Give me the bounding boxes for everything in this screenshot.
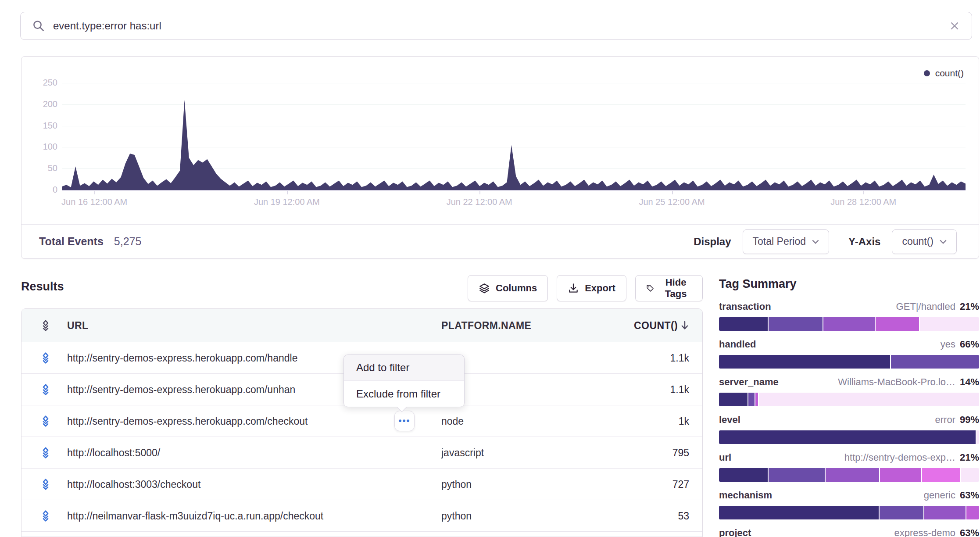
url-cell[interactable]: http://sentry-demos-express.herokuapp.co… bbox=[67, 415, 308, 427]
total-events-value: 5,275 bbox=[114, 235, 142, 248]
tag-value-text: GET|/handled bbox=[896, 301, 955, 312]
tag-summary-item-url: url http://sentry-demos-exp…21% bbox=[719, 452, 979, 482]
x-axis-tick-mark bbox=[94, 190, 95, 194]
tag-bar-segment[interactable] bbox=[719, 393, 748, 406]
x-axis-tick-mark bbox=[863, 190, 864, 194]
tag-bar-segment[interactable] bbox=[823, 317, 875, 331]
layers-icon bbox=[479, 283, 490, 294]
count-cell[interactable]: 795 bbox=[672, 447, 689, 458]
hide-tags-button[interactable]: Hide Tags bbox=[635, 275, 703, 301]
tag-summary-heading: Tag Summary bbox=[719, 277, 979, 291]
platform-cell[interactable]: node bbox=[441, 415, 464, 427]
tag-bar-segment[interactable] bbox=[920, 317, 979, 331]
y-axis-tick-label: 200 bbox=[27, 99, 57, 109]
tag-bar-segment[interactable] bbox=[719, 317, 768, 331]
tag-distribution-bar[interactable] bbox=[719, 317, 979, 331]
url-cell[interactable]: http://neilmanvar-flask-m3uuizd7iq-uc.a.… bbox=[67, 510, 323, 522]
platform-cell[interactable]: python bbox=[441, 510, 472, 522]
url-cell[interactable]: http://localhost:3003/checkout bbox=[67, 478, 200, 490]
tag-bar-segment[interactable] bbox=[961, 468, 979, 482]
column-header-count[interactable]: COUNT() bbox=[634, 319, 689, 331]
tag-distribution-bar[interactable] bbox=[719, 393, 979, 406]
table-row: http://sentry-demos-express.herokuapp.co… bbox=[21, 405, 702, 437]
tag-distribution-bar[interactable] bbox=[719, 468, 979, 482]
tag-bar-segment[interactable] bbox=[719, 430, 976, 444]
search-bar bbox=[20, 12, 972, 40]
column-header-count-label: COUNT() bbox=[634, 319, 678, 331]
tag-bar-segment[interactable] bbox=[719, 468, 768, 482]
x-axis-tick-label: Jun 19 12:00 AM bbox=[254, 197, 320, 207]
tag-distribution-bar[interactable] bbox=[719, 430, 979, 444]
clear-search-icon[interactable] bbox=[949, 20, 960, 32]
count-cell[interactable]: 1.1k bbox=[670, 383, 689, 395]
count-cell[interactable]: 53 bbox=[678, 510, 689, 522]
tag-bar-segment[interactable] bbox=[976, 430, 979, 444]
count-cell[interactable]: 1k bbox=[679, 415, 689, 427]
tag-value-text: generic bbox=[924, 490, 955, 501]
url-cell[interactable]: http://localhost:5000/ bbox=[67, 447, 160, 458]
tag-value-text: yes bbox=[941, 339, 955, 350]
yaxis-dropdown[interactable]: count() bbox=[892, 229, 957, 254]
tag-bar-segment[interactable] bbox=[922, 468, 960, 482]
tag-distribution-bar[interactable] bbox=[719, 355, 979, 369]
tag-value-pct: 63% bbox=[960, 490, 979, 501]
layers-icon bbox=[39, 383, 52, 396]
column-header-platform[interactable]: PLATFORM.NAME bbox=[441, 319, 531, 331]
x-axis-tick-mark bbox=[672, 190, 673, 194]
platform-cell[interactable]: python bbox=[441, 478, 472, 490]
tag-value-text: http://sentry-demos-exp… bbox=[844, 452, 955, 463]
tag-bar-segment[interactable] bbox=[769, 317, 823, 331]
export-button-label: Export bbox=[585, 283, 615, 294]
tag-value-pct: 21% bbox=[960, 452, 979, 463]
tag-summary-item-transaction: transaction GET|/handled21% bbox=[719, 301, 979, 331]
count-cell[interactable]: 1.1k bbox=[670, 352, 689, 364]
tag-summary-item-server_name: server_name Williams-MacBook-Pro.lo…14% bbox=[719, 376, 979, 406]
tag-bar-segment[interactable] bbox=[719, 506, 879, 519]
menu-item-add-to-filter[interactable]: Add to filter bbox=[344, 355, 464, 381]
columns-button[interactable]: Columns bbox=[468, 275, 548, 301]
tag-top-value: error99% bbox=[935, 414, 980, 426]
tag-bar-segment[interactable] bbox=[880, 506, 923, 519]
url-cell[interactable]: http://sentry-demos-express.herokuapp.co… bbox=[67, 383, 295, 395]
export-button[interactable]: Export bbox=[557, 275, 626, 301]
tag-bar-segment[interactable] bbox=[966, 506, 979, 519]
tag-value-pct: 21% bbox=[960, 301, 979, 312]
count-cell[interactable]: 727 bbox=[672, 478, 689, 490]
platform-cell[interactable]: javascript bbox=[441, 447, 484, 458]
column-header-url[interactable]: URL bbox=[67, 319, 88, 331]
tag-top-value: Williams-MacBook-Pro.lo…14% bbox=[838, 376, 979, 388]
search-input[interactable] bbox=[53, 20, 941, 32]
menu-item-exclude-from-filter[interactable]: Exclude from filter bbox=[344, 381, 464, 407]
tag-bar-segment[interactable] bbox=[826, 468, 879, 482]
row-actions-button[interactable]: ••• bbox=[394, 411, 415, 431]
tag-name: project bbox=[719, 527, 751, 537]
tag-name: transaction bbox=[719, 301, 771, 312]
tag-bar-segment[interactable] bbox=[769, 468, 825, 482]
tag-bar-segment[interactable] bbox=[876, 317, 919, 331]
tag-bar-segment[interactable] bbox=[924, 506, 966, 519]
event-count-series bbox=[62, 100, 966, 190]
total-events: Total Events 5,275 bbox=[39, 235, 141, 248]
legend-label: count() bbox=[935, 68, 964, 79]
chevron-down-icon bbox=[812, 240, 819, 244]
url-cell[interactable]: http://sentry-demos-express.herokuapp.co… bbox=[67, 352, 297, 364]
tag-bar-segment[interactable] bbox=[880, 468, 921, 482]
tag-bar-segment[interactable] bbox=[755, 393, 758, 406]
total-events-label: Total Events bbox=[39, 235, 104, 248]
chart-legend[interactable]: count() bbox=[924, 68, 964, 79]
results-toolbar: Columns Export Hide Tags bbox=[468, 275, 703, 301]
tag-bar-segment[interactable] bbox=[759, 393, 979, 406]
x-axis-tick-label: Jun 22 12:00 AM bbox=[447, 197, 512, 207]
chevron-down-icon bbox=[940, 240, 947, 244]
layers-icon bbox=[39, 351, 52, 365]
tag-summary-panel: Tag Summary transaction GET|/handled21% … bbox=[719, 277, 979, 291]
layers-icon bbox=[39, 415, 52, 428]
tag-bar-segment[interactable] bbox=[719, 355, 890, 369]
tag-bar-segment[interactable] bbox=[748, 393, 755, 406]
display-dropdown[interactable]: Total Period bbox=[743, 229, 829, 254]
y-axis-tick-label: 50 bbox=[27, 163, 57, 173]
chart-footer: Total Events 5,275 Display Total Period … bbox=[21, 224, 979, 258]
tag-bar-segment[interactable] bbox=[891, 355, 979, 369]
tag-distribution-bar[interactable] bbox=[719, 506, 979, 519]
table-row: http://localhost:5000/ javascript 795 bbox=[21, 437, 702, 469]
